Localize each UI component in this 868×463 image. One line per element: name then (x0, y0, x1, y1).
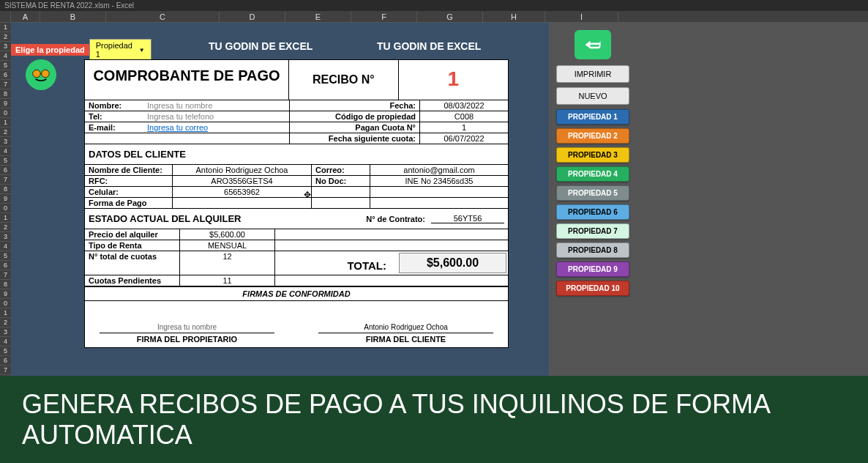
property-dropdown-value: Propiedad 1 (96, 41, 139, 59)
estado-title: ESTADO ACTUAL DEL ALQUILER (89, 213, 360, 224)
pendientes-value: 11 (180, 275, 275, 286)
chevron-down-icon: ▼ (139, 47, 145, 53)
row-header[interactable]: 0 (0, 299, 11, 308)
row-header[interactable]: 7 (0, 270, 11, 280)
owner-name-value[interactable]: Ingresa tu nombre (143, 100, 289, 111)
cuota-label: Pagan Cuota N° (290, 122, 420, 133)
col-header[interactable]: I (545, 11, 618, 22)
propiedad-button-5[interactable]: PROPIEDAD 5 (556, 185, 629, 201)
svg-point-0 (33, 70, 41, 78)
side-panel: IMPRIMIR NUEVO PROPIEDAD 1PROPIEDAD 2PRO… (549, 23, 637, 385)
propiedad-button-6[interactable]: PROPIEDAD 6 (556, 204, 629, 220)
row-header[interactable]: 6 (0, 261, 11, 270)
codigo-label: Código de propiedad (290, 111, 420, 122)
propiedad-button-10[interactable]: PROPIEDAD 10 (556, 281, 629, 296)
row-header[interactable]: 3 (0, 232, 11, 242)
row-header[interactable]: 1 (0, 23, 11, 32)
row-header[interactable]: 9 (0, 194, 11, 204)
row-header[interactable]: 0 (0, 108, 11, 118)
row-header[interactable]: 7 (0, 80, 11, 89)
row-header[interactable]: 2 (0, 318, 11, 327)
next-cuota-value: 06/07/2022 (420, 133, 508, 144)
col-header[interactable]: A (11, 11, 40, 22)
row-header[interactable]: 6 (0, 356, 11, 366)
row-header[interactable]: 8 (0, 280, 11, 289)
propiedad-button-7[interactable]: PROPIEDAD 7 (556, 223, 629, 239)
row-header[interactable]: 9 (0, 99, 11, 108)
avatar-icon (26, 59, 56, 90)
col-header[interactable]: D (220, 11, 285, 22)
row-header[interactable]: 8 (0, 185, 11, 194)
row-header[interactable]: 7 (0, 175, 11, 185)
total-cuotas-label: N° total de cuotas (85, 251, 180, 275)
row-header[interactable]: 7 (0, 366, 11, 375)
col-header[interactable]: E (285, 11, 351, 22)
brand-text-2: TU GODIN DE EXCEL (377, 40, 481, 52)
nuevo-button[interactable]: NUEVO (556, 87, 629, 105)
promo-banner: GENERA RECIBOS DE PAGO A TUS INQUILINOS … (0, 376, 868, 463)
col-header[interactable]: H (483, 11, 545, 22)
total-value: $5,600.00 (399, 253, 506, 273)
spreadsheet-area[interactable]: Elige la propiedad Propiedad 1 ▼ TU GODI… (11, 23, 549, 385)
client-cel-value: 65653962 (173, 187, 312, 197)
back-button[interactable] (575, 30, 611, 59)
row-header[interactable]: 2 (0, 32, 11, 42)
row-header[interactable]: 2 (0, 127, 11, 137)
row-header[interactable]: 5 (0, 61, 11, 70)
client-section-title: DATOS DEL CLIENTE (85, 144, 508, 164)
row-header[interactable]: 1 (0, 118, 11, 127)
client-doc-label: No Doc: (312, 176, 370, 186)
owner-tel-value[interactable]: Ingresa tu telefono (143, 111, 289, 122)
row-header[interactable]: 4 (0, 337, 11, 347)
contrato-label: N° de Contrato: (360, 215, 431, 223)
row-header[interactable]: 4 (0, 51, 11, 61)
propiedad-button-9[interactable]: PROPIEDAD 9 (556, 262, 629, 277)
total-label: TOTAL: (275, 256, 397, 275)
propiedad-button-8[interactable]: PROPIEDAD 8 (556, 242, 629, 258)
cuota-value: 1 (420, 122, 508, 133)
sign-owner-name: Ingresa tu nombre (100, 323, 274, 333)
client-correo-label: Correo: (312, 165, 370, 175)
row-header[interactable]: 4 (0, 242, 11, 251)
owner-name-label: Nombre: (85, 100, 143, 111)
row-header[interactable]: 1 (0, 308, 11, 318)
row-header[interactable]: 3 (0, 42, 11, 51)
row-header[interactable]: 6 (0, 70, 11, 80)
svg-point-1 (42, 70, 50, 78)
imprimir-button[interactable]: IMPRIMIR (556, 65, 629, 83)
row-header[interactable]: 6 (0, 166, 11, 175)
firmas-title: FIRMAS DE CONFORMIDAD (85, 286, 508, 301)
sign-owner-label: FIRMA DEL PROPIETARIO (100, 333, 274, 344)
client-forma-label: Forma de Pago (85, 198, 173, 208)
col-header[interactable]: F (351, 11, 417, 22)
row-header[interactable]: 3 (0, 137, 11, 147)
row-header[interactable]: 3 (0, 327, 11, 337)
propiedad-button-2[interactable]: PROPIEDAD 2 (556, 128, 629, 144)
row-header[interactable]: 5 (0, 347, 11, 356)
owner-email-label: E-mail: (85, 122, 143, 133)
row-header[interactable]: 4 (0, 147, 11, 156)
property-dropdown[interactable]: Propiedad 1 ▼ (89, 39, 151, 61)
owner-email-value[interactable]: Ingresa tu correo (143, 122, 289, 133)
client-forma-value[interactable] (173, 198, 312, 208)
row-header[interactable]: 5 (0, 156, 11, 166)
recibo-label: RECIBO N° (289, 60, 399, 100)
row-header[interactable]: 2 (0, 223, 11, 232)
column-headers: ABCDEFGHI (0, 11, 868, 23)
client-cel-label: Celular: (85, 187, 173, 197)
propiedad-button-3[interactable]: PROPIEDAD 3 (556, 147, 629, 163)
propiedad-button-4[interactable]: PROPIEDAD 4 (556, 166, 629, 182)
owner-tel-label: Tel: (85, 111, 143, 122)
precio-value: $5,600.00 (180, 229, 275, 240)
col-header[interactable]: G (417, 11, 483, 22)
propiedad-button-1[interactable]: PROPIEDAD 1 (556, 109, 629, 125)
col-header[interactable]: B (40, 11, 106, 22)
client-rfc-label: RFC: (85, 176, 173, 186)
row-header[interactable]: 5 (0, 251, 11, 261)
row-header[interactable]: 8 (0, 89, 11, 99)
col-header[interactable]: C (106, 11, 220, 22)
recibo-number: 1 (399, 60, 508, 100)
row-header[interactable]: 9 (0, 289, 11, 299)
row-header[interactable]: 1 (0, 213, 11, 223)
row-header[interactable]: 0 (0, 204, 11, 213)
